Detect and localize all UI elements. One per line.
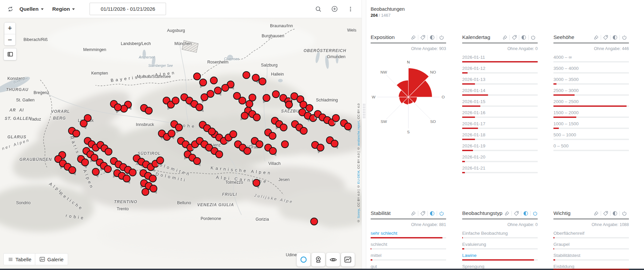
power-icon[interactable] — [620, 35, 629, 40]
filter-row[interactable]: mittel — [371, 253, 446, 261]
observation-marker[interactable] — [331, 140, 338, 147]
power-icon[interactable] — [620, 211, 629, 216]
observation-marker[interactable] — [241, 112, 249, 120]
brush-icon[interactable] — [502, 211, 512, 216]
filter-row[interactable]: sehr schlecht — [371, 231, 446, 238]
filter-row[interactable]: 1500 – 2000 — [553, 110, 629, 118]
filter-row[interactable]: 2026-01-21 — [462, 166, 538, 173]
observation-marker[interactable] — [72, 130, 80, 137]
observation-marker[interactable] — [142, 188, 149, 196]
observation-marker[interactable] — [269, 147, 277, 155]
observation-marker[interactable] — [269, 132, 276, 140]
observation-marker[interactable] — [81, 159, 89, 166]
observation-marker[interactable] — [244, 147, 251, 155]
observation-marker[interactable] — [272, 90, 280, 98]
observation-marker[interactable] — [210, 77, 218, 84]
contrast-icon[interactable] — [519, 35, 528, 40]
brush-icon[interactable] — [500, 35, 509, 40]
observation-marker[interactable] — [149, 175, 157, 182]
observation-marker[interactable] — [229, 130, 237, 138]
filter-row[interactable]: 3500 – 4000 — [553, 66, 629, 74]
power-icon[interactable] — [530, 211, 540, 216]
filter-row[interactable]: 3000 – 3500 — [553, 77, 629, 85]
observation-marker[interactable] — [145, 107, 153, 115]
attribution-link[interactable]: Sonny — [357, 209, 360, 218]
observation-marker[interactable] — [114, 103, 122, 111]
observation-marker[interactable] — [172, 97, 179, 104]
filter-row[interactable]: 2026-01-12 — [462, 66, 538, 74]
filter-row[interactable]: 500 – 1000 — [553, 132, 629, 140]
zoom-out-button[interactable]: − — [4, 34, 15, 45]
observation-marker[interactable] — [306, 104, 313, 112]
observation-marker[interactable] — [68, 166, 76, 174]
observation-marker[interactable] — [193, 157, 201, 165]
contrast-icon[interactable] — [427, 211, 437, 216]
date-range-input[interactable]: 01/11/2026 - 01/21/2026 — [90, 3, 166, 15]
observation-marker[interactable] — [105, 148, 112, 155]
filter-row[interactable]: Evaluierung — [462, 242, 538, 250]
tag-icon[interactable] — [418, 35, 427, 40]
refresh-button[interactable] — [5, 3, 16, 15]
power-icon[interactable] — [437, 35, 446, 40]
observation-marker[interactable] — [104, 165, 112, 173]
search-button[interactable] — [313, 3, 324, 15]
observation-marker[interactable] — [256, 140, 263, 148]
observation-marker[interactable] — [317, 144, 324, 151]
pane-resize-handle[interactable] — [362, 0, 366, 270]
filter-row[interactable]: Einfache Beobachtung — [462, 231, 538, 238]
filter-row[interactable]: 2026-01-17 — [462, 121, 538, 129]
brush-icon[interactable] — [409, 211, 418, 216]
filter-row[interactable]: 2026-01-16 — [462, 110, 538, 118]
tag-icon[interactable] — [512, 211, 521, 216]
observation-marker[interactable] — [201, 93, 208, 101]
filter-row[interactable]: 2026-01-11 — [462, 55, 538, 62]
contrast-icon[interactable] — [521, 211, 530, 216]
table-view-button[interactable]: Tabelle — [3, 253, 36, 265]
rose-chart-wrap[interactable]: NNOOSOSSWWNW — [371, 55, 446, 139]
observation-marker[interactable] — [221, 84, 229, 92]
filter-row[interactable]: Oberflächenreif — [553, 231, 629, 238]
sources-dropdown[interactable]: Quellen — [19, 6, 44, 12]
observations-layer-toggle[interactable] — [297, 253, 311, 267]
map-canvas[interactable]: AugsburgBraunau/InnBurghausenWelsLandsbe… — [0, 0, 362, 270]
observation-marker[interactable] — [156, 156, 164, 164]
contrast-icon[interactable] — [610, 211, 620, 216]
gallery-view-button[interactable]: Galerie — [35, 253, 68, 265]
observation-marker[interactable] — [196, 103, 203, 111]
observation-marker[interactable] — [344, 123, 352, 130]
observation-marker[interactable] — [281, 140, 289, 148]
brush-icon[interactable] — [409, 35, 418, 40]
observation-marker[interactable] — [310, 218, 318, 225]
observation-marker[interactable] — [175, 124, 183, 131]
tag-icon[interactable] — [509, 35, 519, 40]
observation-marker[interactable] — [263, 94, 270, 102]
region-dropdown[interactable]: Region — [52, 6, 75, 12]
filter-row[interactable]: schlecht — [371, 242, 446, 250]
contrast-icon[interactable] — [610, 35, 620, 40]
filter-row[interactable]: 2026-01-20 — [462, 154, 538, 162]
brush-icon[interactable] — [592, 35, 601, 40]
filter-row[interactable]: 2026-01-15 — [462, 99, 538, 107]
observation-marker[interactable] — [80, 120, 88, 127]
observation-marker[interactable] — [253, 179, 260, 187]
tag-icon[interactable] — [601, 35, 610, 40]
observation-marker[interactable] — [253, 114, 261, 121]
observation-marker[interactable] — [300, 127, 308, 135]
filter-row[interactable]: 2026-01-13 — [462, 77, 538, 85]
observation-marker[interactable] — [123, 175, 130, 182]
power-icon[interactable] — [528, 35, 538, 40]
observation-marker[interactable] — [199, 79, 207, 86]
filter-row[interactable]: 4000 – ∞ — [553, 55, 629, 62]
layers-panel-button[interactable] — [3, 48, 17, 60]
more-options-button[interactable] — [345, 3, 356, 15]
filter-row[interactable]: Lawine — [462, 253, 538, 261]
attribution-link[interactable]: EU-DEM — [357, 171, 360, 184]
filter-row[interactable]: 2026-01-19 — [462, 143, 538, 151]
tag-icon[interactable] — [601, 211, 610, 216]
filter-row[interactable]: 1000 – 1500 — [553, 121, 629, 129]
filter-row[interactable]: 2026-01-14 — [462, 88, 538, 96]
filter-row[interactable]: Graupel — [553, 242, 629, 250]
observation-marker[interactable] — [238, 97, 246, 104]
observation-marker[interactable] — [150, 185, 157, 192]
observation-marker[interactable] — [92, 168, 100, 176]
